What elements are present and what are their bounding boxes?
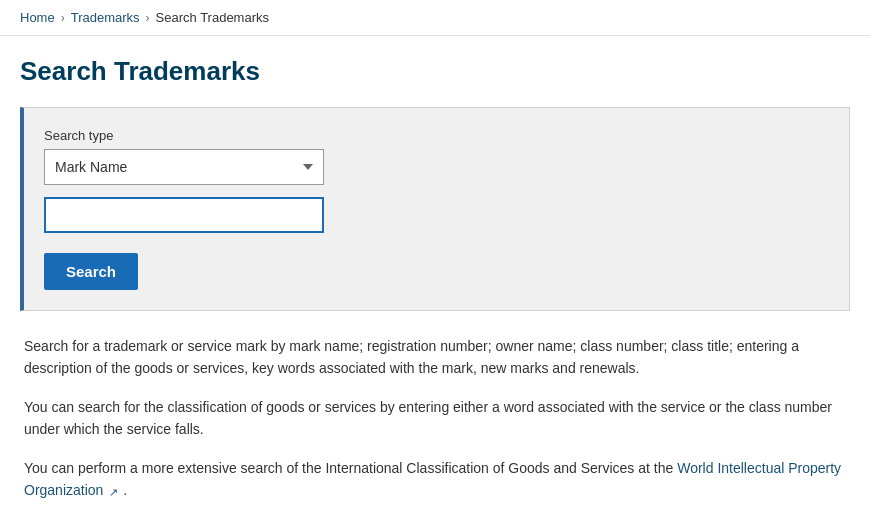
description-para-2: You can search for the classification of… [24, 396, 846, 441]
breadcrumb-separator-2: › [146, 11, 150, 25]
search-type-select[interactable]: Mark Name Registration Number Owner Name… [44, 149, 324, 185]
breadcrumb-bar: Home › Trademarks › Search Trademarks [0, 0, 870, 36]
search-input-group [44, 197, 829, 233]
search-button[interactable]: Search [44, 253, 138, 290]
description-para-3-before: You can perform a more extensive search … [24, 460, 677, 476]
description-para-1: Search for a trademark or service mark b… [24, 335, 846, 380]
search-panel: Search type Mark Name Registration Numbe… [20, 107, 850, 311]
breadcrumb-trademarks[interactable]: Trademarks [71, 10, 140, 25]
main-content: Search Trademarks Search type Mark Name … [0, 36, 870, 506]
search-input[interactable] [44, 197, 324, 233]
page-title: Search Trademarks [20, 56, 850, 87]
breadcrumb: Home › Trademarks › Search Trademarks [20, 10, 850, 25]
description-para-3: You can perform a more extensive search … [24, 457, 846, 502]
external-link-icon: ↗ [109, 484, 123, 498]
breadcrumb-separator-1: › [61, 11, 65, 25]
search-type-label: Search type [44, 128, 829, 143]
description-section: Search for a trademark or service mark b… [20, 335, 850, 501]
search-type-group: Search type Mark Name Registration Numbe… [44, 128, 829, 185]
breadcrumb-home[interactable]: Home [20, 10, 55, 25]
breadcrumb-current: Search Trademarks [156, 10, 269, 25]
description-para-3-after: . [123, 482, 127, 498]
